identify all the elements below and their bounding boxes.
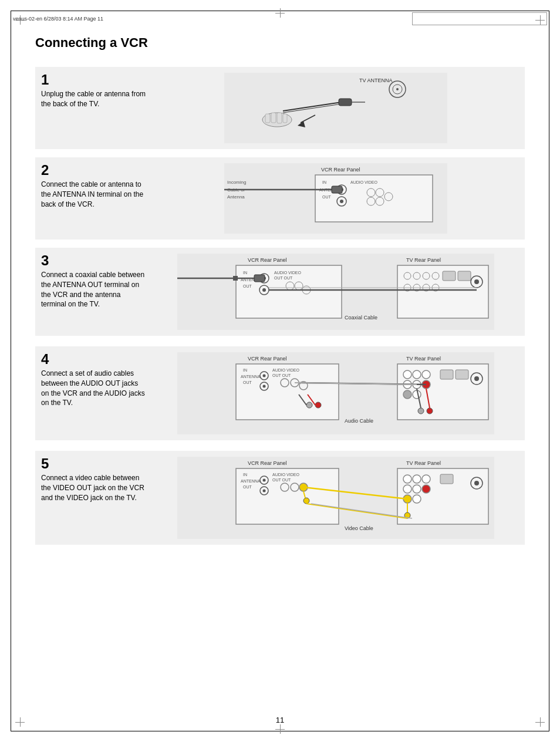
svg-text:VCR  Rear  Panel: VCR Rear Panel [321,167,360,173]
svg-text:AUDIO  VIDEO: AUDIO VIDEO [274,271,301,275]
svg-rect-13 [277,113,282,123]
svg-text:OUT    OUT: OUT OUT [272,373,291,377]
step-3-number: 3 [41,254,147,268]
step-2-text: 2 Connect the cable or antenna to the AN… [41,163,153,209]
svg-text:VCR  Rear  Panel: VCR Rear Panel [248,257,287,263]
svg-point-129 [413,475,421,483]
svg-point-88 [403,370,411,379]
page-border-right [549,11,549,731]
svg-point-99 [474,376,479,381]
svg-text:ANTENNA: ANTENNA [241,479,261,483]
svg-rect-0 [224,73,447,143]
svg-text:Coaxial  Cable: Coaxial Cable [345,315,377,321]
svg-text:TV  Rear  Panel: TV Rear Panel [406,257,441,263]
svg-rect-57 [443,271,456,281]
header-meta-text: venus-02-en 6/28/03 8:14 AM Page 11 [13,16,103,22]
svg-point-83 [263,385,266,388]
svg-rect-69 [254,275,265,282]
step-3-description: Connect a coaxial cable between the ANTE… [41,271,144,308]
step-5-svg: VCR Rear Panel TV Rear Panel IN ANTENNA … [177,457,494,539]
step-5-diagram: VCR Rear Panel TV Rear Panel IN ANTENNA … [153,457,519,539]
svg-rect-11 [265,114,270,123]
header: venus-02-en 6/28/03 8:14 AM Page 11 [11,11,549,27]
step-4-description: Connect a set of audio cables between th… [41,369,145,407]
step-3-text: 3 Connect a coaxial cable between the AN… [41,254,153,309]
step-1-container: 1 Unplug the cable or antenna from the b… [35,67,525,149]
svg-text:OUT: OUT [243,380,252,385]
step-2-diagram: VCR Rear Panel AUDIO VIDEO IN ANTENNA OU… [153,163,519,234]
svg-point-102 [306,402,312,408]
svg-point-96 [403,390,411,399]
step-4-text: 4 Connect a set of audio cables between … [41,352,153,408]
svg-rect-114 [236,468,339,524]
svg-point-48 [262,288,266,292]
svg-point-133 [422,485,430,493]
svg-text:IN: IN [243,368,247,372]
svg-text:IN: IN [322,180,326,184]
svg-text:TV  Rear  Panel: TV Rear Panel [406,356,441,362]
svg-text:ANTENNA: ANTENNA [241,375,261,379]
svg-point-132 [413,485,421,493]
svg-text:TV  Rear  Panel: TV Rear Panel [406,460,441,466]
step-3-diagram: VCR Rear Panel TV Rear Panel IN ANTENNA … [153,254,519,330]
svg-point-123 [263,490,266,493]
svg-rect-32 [332,186,342,193]
step-1-text: 1 Unplug the cable or antenna from the b… [41,73,153,109]
svg-point-138 [474,481,479,485]
svg-rect-6 [339,99,352,106]
svg-point-89 [413,370,421,379]
svg-text:Incoming: Incoming [227,180,246,185]
svg-point-128 [403,475,411,483]
svg-point-81 [263,375,266,377]
step-5-number: 5 [41,457,147,471]
svg-point-130 [422,475,430,483]
step-4-svg: VCR Rear Panel TV Rear Panel IN ANTENNA … [177,352,494,434]
svg-rect-94 [440,370,453,379]
svg-text:AUDIO  VIDEO: AUDIO VIDEO [272,473,299,477]
step-2-svg: VCR Rear Panel AUDIO VIDEO IN ANTENNA OU… [224,163,447,234]
step-3-svg: VCR Rear Panel TV Rear Panel IN ANTENNA … [177,254,494,330]
svg-point-141 [303,498,309,504]
svg-text:Antenna: Antenna [227,194,245,200]
main-content: Connecting a VCR 1 Unplug the cable or a… [35,35,525,553]
svg-point-106 [418,408,424,414]
step-1-svg: TV ANTENNA [224,73,447,143]
svg-point-3 [396,88,399,90]
svg-text:Video  Cable: Video Cable [345,525,373,531]
svg-text:AUDIO  VIDEO: AUDIO VIDEO [272,368,299,372]
step-4-container: 4 Connect a set of audio cables between … [35,346,525,440]
svg-rect-95 [456,370,468,379]
svg-rect-136 [440,474,453,484]
svg-rect-74 [236,364,339,420]
svg-point-135 [413,495,421,503]
svg-text:Cable or: Cable or [227,187,245,193]
svg-text:IN: IN [243,271,247,275]
svg-point-108 [427,408,433,414]
svg-point-97 [413,390,421,399]
svg-text:OUT    OUT: OUT OUT [272,478,291,482]
svg-point-131 [403,485,411,493]
step-1-number: 1 [41,73,147,87]
svg-point-104 [315,402,321,408]
svg-text:AUDIO  VIDEO: AUDIO VIDEO [350,180,377,184]
svg-text:OUT    OUT: OUT OUT [274,276,293,280]
svg-text:VCR  Rear  Panel: VCR Rear Panel [248,460,287,466]
svg-text:OUT: OUT [322,195,332,199]
step-5-text: 5 Connect a video cable between the VIDE… [41,457,153,502]
svg-point-121 [263,479,266,482]
page-number: 11 [0,716,560,724]
page-title: Connecting a VCR [35,35,525,50]
svg-point-90 [422,370,430,379]
svg-point-64 [474,279,479,284]
header-box [412,12,547,25]
svg-rect-58 [458,271,471,281]
svg-text:Audio  Cable: Audio Cable [345,418,373,424]
svg-rect-70 [233,276,238,281]
svg-text:OUT: OUT [243,485,252,489]
step-3-container: 3 Connect a coaxial cable between the AN… [35,248,525,336]
crosshair-bottom-middle [275,724,285,734]
step-1-description: Unplug the cable or antenna from the bac… [41,90,146,108]
step-4-diagram: VCR Rear Panel TV Rear Panel IN ANTENNA … [153,352,519,434]
svg-rect-14 [283,114,287,123]
svg-point-25 [340,200,343,203]
